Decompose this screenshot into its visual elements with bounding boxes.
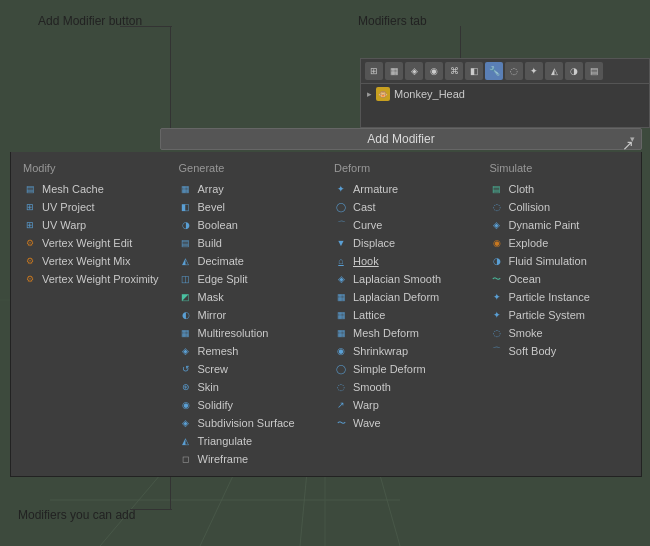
mod-vertex-weight-proximity[interactable]: ⚙ Vertex Weight Proximity — [19, 270, 167, 288]
mod-soft-body[interactable]: ⌒ Soft Body — [486, 342, 634, 360]
mod-curve[interactable]: ⌒ Curve — [330, 216, 478, 234]
mod-ocean[interactable]: 〜 Ocean — [486, 270, 634, 288]
mod-laplacian-deform[interactable]: ▦ Laplacian Deform — [330, 288, 478, 306]
column-generate: Generate ▦ Array ◧ Bevel ◑ Boolean ▤ Bui… — [171, 160, 327, 468]
mod-cloth[interactable]: ▤ Cloth — [486, 180, 634, 198]
boolean-icon: ◑ — [179, 218, 193, 232]
toolbar-icon-4[interactable]: ◉ — [425, 62, 443, 80]
object-name-row: ▸ 🐵 Monkey_Head — [361, 84, 649, 104]
vertex-weight-mix-icon: ⚙ — [23, 254, 37, 268]
annotation-modifiers-tab: Modifiers tab — [358, 14, 427, 28]
column-deform: Deform ✦ Armature ◯ Cast ⌒ Curve ▼ Displ… — [326, 160, 482, 468]
mod-mesh-cache[interactable]: ▤ Mesh Cache — [19, 180, 167, 198]
modifier-panel: Modify ▤ Mesh Cache ⊞ UV Project ⊞ UV Wa… — [10, 152, 642, 477]
collision-icon: ◌ — [490, 200, 504, 214]
mirror-icon: ◐ — [179, 308, 193, 322]
lattice-icon: ▦ — [334, 308, 348, 322]
vertex-weight-edit-icon: ⚙ — [23, 236, 37, 250]
mod-laplacian-smooth[interactable]: ◈ Laplacian Smooth — [330, 270, 478, 288]
toolbar-icon-11[interactable]: ◑ — [565, 62, 583, 80]
mod-smooth[interactable]: ◌ Smooth — [330, 378, 478, 396]
toolbar-icon-10[interactable]: ◭ — [545, 62, 563, 80]
mod-hook[interactable]: ⌂ Hook — [330, 252, 478, 270]
toolbar-icon-2[interactable]: ▦ — [385, 62, 403, 80]
warp-icon: ↗ — [334, 398, 348, 412]
decimate-icon: ◭ — [179, 254, 193, 268]
mod-wireframe[interactable]: ◻ Wireframe — [175, 450, 323, 468]
mod-decimate[interactable]: ◭ Decimate — [175, 252, 323, 270]
mod-lattice[interactable]: ▦ Lattice — [330, 306, 478, 324]
mod-boolean[interactable]: ◑ Boolean — [175, 216, 323, 234]
mod-particle-instance[interactable]: ✦ Particle Instance — [486, 288, 634, 306]
add-modifier-button[interactable]: Add Modifier ▾ — [160, 128, 642, 150]
col-header-simulate: Simulate — [486, 160, 634, 180]
triangulate-icon: ◭ — [179, 434, 193, 448]
mod-wave[interactable]: 〜 Wave — [330, 414, 478, 432]
subdivision-surface-icon: ◈ — [179, 416, 193, 430]
build-icon: ▤ — [179, 236, 193, 250]
ocean-icon: 〜 — [490, 272, 504, 286]
toolbar-icon-1[interactable]: ⊞ — [365, 62, 383, 80]
toolbar-icon-12[interactable]: ▤ — [585, 62, 603, 80]
mod-uv-warp[interactable]: ⊞ UV Warp — [19, 216, 167, 234]
ann-line-add-modifier — [170, 26, 171, 130]
mod-skin[interactable]: ⊛ Skin — [175, 378, 323, 396]
mod-particle-system[interactable]: ✦ Particle System — [486, 306, 634, 324]
screw-icon: ↺ — [179, 362, 193, 376]
mod-remesh[interactable]: ◈ Remesh — [175, 342, 323, 360]
mod-multiresolution[interactable]: ▦ Multiresolution — [175, 324, 323, 342]
mesh-deform-icon: ▦ — [334, 326, 348, 340]
mod-vertex-weight-mix[interactable]: ⚙ Vertex Weight Mix — [19, 252, 167, 270]
toolbar-icon-9[interactable]: ✦ — [525, 62, 543, 80]
bevel-icon: ◧ — [179, 200, 193, 214]
mod-build[interactable]: ▤ Build — [175, 234, 323, 252]
col-header-modify: Modify — [19, 160, 167, 180]
mask-icon: ◩ — [179, 290, 193, 304]
col-header-generate: Generate — [175, 160, 323, 180]
modifier-grid: Modify ▤ Mesh Cache ⊞ UV Project ⊞ UV Wa… — [11, 152, 641, 476]
mod-dynamic-paint[interactable]: ◈ Dynamic Paint — [486, 216, 634, 234]
mod-armature[interactable]: ✦ Armature — [330, 180, 478, 198]
mod-collision[interactable]: ◌ Collision — [486, 198, 634, 216]
mod-warp[interactable]: ↗ Warp — [330, 396, 478, 414]
mesh-cache-icon: ▤ — [23, 182, 37, 196]
mod-mesh-deform[interactable]: ▦ Mesh Deform — [330, 324, 478, 342]
cast-icon: ◯ — [334, 200, 348, 214]
mod-shrinkwrap[interactable]: ◉ Shrinkwrap — [330, 342, 478, 360]
mod-explode[interactable]: ◉ Explode — [486, 234, 634, 252]
toolbar-icon-3[interactable]: ◈ — [405, 62, 423, 80]
col-header-deform: Deform — [330, 160, 478, 180]
object-name-label: Monkey_Head — [394, 88, 465, 100]
mod-mirror[interactable]: ◐ Mirror — [175, 306, 323, 324]
column-modify: Modify ▤ Mesh Cache ⊞ UV Project ⊞ UV Wa… — [15, 160, 171, 468]
mod-mask[interactable]: ◩ Mask — [175, 288, 323, 306]
monkey-icon: 🐵 — [376, 87, 390, 101]
wave-icon: 〜 — [334, 416, 348, 430]
particle-instance-icon: ✦ — [490, 290, 504, 304]
mod-simple-deform[interactable]: ◯ Simple Deform — [330, 360, 478, 378]
mod-vertex-weight-edit[interactable]: ⚙ Vertex Weight Edit — [19, 234, 167, 252]
smoke-icon: ◌ — [490, 326, 504, 340]
vertex-weight-proximity-icon: ⚙ — [23, 272, 37, 286]
mod-screw[interactable]: ↺ Screw — [175, 360, 323, 378]
mod-cast[interactable]: ◯ Cast — [330, 198, 478, 216]
skin-icon: ⊛ — [179, 380, 193, 394]
displace-icon: ▼ — [334, 236, 348, 250]
mod-uv-project[interactable]: ⊞ UV Project — [19, 198, 167, 216]
mod-solidify[interactable]: ◉ Solidify — [175, 396, 323, 414]
mod-triangulate[interactable]: ◭ Triangulate — [175, 432, 323, 450]
toolbar-area: ⊞ ▦ ◈ ◉ ⌘ ◧ 🔧 ◌ ✦ ◭ ◑ ▤ ▸ 🐵 Monkey_Head — [360, 58, 650, 128]
mod-smoke[interactable]: ◌ Smoke — [486, 324, 634, 342]
mod-edge-split[interactable]: ◫ Edge Split — [175, 270, 323, 288]
ann-line-h-add-modifier — [120, 26, 172, 27]
mod-displace[interactable]: ▼ Displace — [330, 234, 478, 252]
toolbar-icon-wrench[interactable]: 🔧 — [485, 62, 503, 80]
toolbar-icon-5[interactable]: ⌘ — [445, 62, 463, 80]
mod-subdivision-surface[interactable]: ◈ Subdivision Surface — [175, 414, 323, 432]
toolbar-icons-row: ⊞ ▦ ◈ ◉ ⌘ ◧ 🔧 ◌ ✦ ◭ ◑ ▤ — [361, 59, 649, 84]
mod-fluid-simulation[interactable]: ◑ Fluid Simulation — [486, 252, 634, 270]
toolbar-icon-6[interactable]: ◧ — [465, 62, 483, 80]
toolbar-icon-8[interactable]: ◌ — [505, 62, 523, 80]
mod-bevel[interactable]: ◧ Bevel — [175, 198, 323, 216]
mod-array[interactable]: ▦ Array — [175, 180, 323, 198]
